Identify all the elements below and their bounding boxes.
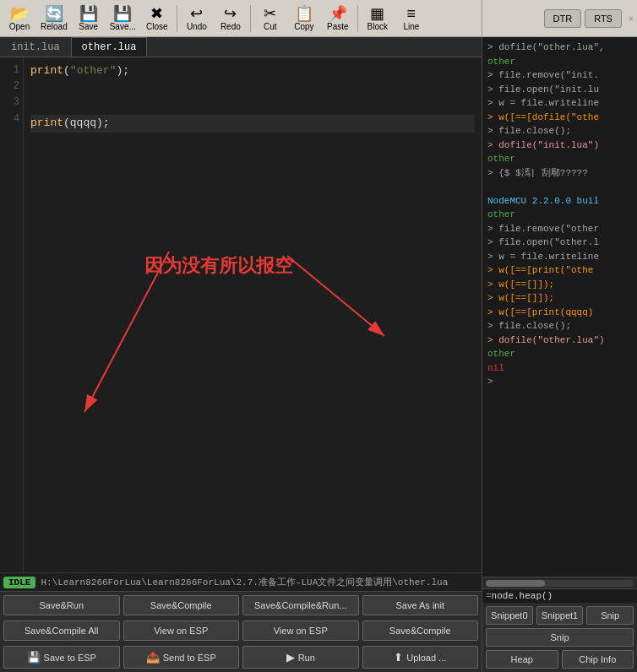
term-line: > w([==[print(qqqq)	[487, 306, 632, 320]
undo-button[interactable]: ↩ Undo	[181, 3, 213, 35]
view-on-esp-button-2[interactable]: View on ESP	[242, 621, 359, 641]
code-line-1: print("other");	[30, 62, 475, 80]
button-row-1: Save&Run Save&Compile Save&Compile&Run..…	[0, 592, 482, 617]
terminal-output: > dofile("other.lua", other > file.remov…	[482, 37, 637, 577]
save-compile-run-button[interactable]: Save&Compile&Run...	[242, 595, 359, 615]
term-line: NodeMCU 2.2.0.0 buil	[487, 194, 632, 209]
term-line: > w([==[]]);	[487, 291, 632, 306]
snippet-row-1: Snippet0 Snippet1 Snip	[486, 606, 634, 625]
save-to-esp-icon: 💾	[27, 651, 41, 664]
right-toolbar: DTR RTS ✕	[482, 0, 637, 37]
save-as-init-button[interactable]: Save As init	[362, 595, 479, 615]
term-line: > file.open("other.l	[487, 236, 632, 250]
snippet-row-2: Snip	[486, 628, 634, 647]
term-line: > dofile("init.lua")	[487, 138, 632, 153]
paste-button[interactable]: 📌 Paste	[322, 3, 354, 35]
code-area[interactable]: 1 2 3 4 print("other"); print(qqqq); 因为没…	[0, 57, 482, 572]
block-button[interactable]: ▦ Block	[362, 3, 394, 35]
button-row-3: 💾 Save to ESP 📤 Send to ESP ▶ Run ⬆ Uplo…	[0, 642, 482, 672]
send-to-esp-icon: 📤	[146, 651, 160, 664]
scrollbar-track	[486, 580, 634, 587]
save-icon: 💾	[79, 6, 98, 21]
open-icon: 📂	[10, 6, 29, 21]
tab-init-lua[interactable]: init.lua	[0, 37, 71, 57]
close-icon: ✖	[150, 6, 163, 21]
upload-button[interactable]: ⬆ Upload ...	[362, 646, 479, 669]
button-row-2: Save&Compile All View on ESP View on ESP…	[0, 617, 482, 642]
rts-button[interactable]: RTS	[585, 9, 622, 28]
cut-button[interactable]: ✂ Cut	[254, 3, 286, 35]
toolbar-separator	[177, 5, 177, 32]
save-as-button[interactable]: 💾 Save...	[106, 3, 139, 35]
reload-button[interactable]: 🔄 Reload	[37, 3, 71, 35]
code-line-2	[30, 80, 475, 98]
code-line-4: print(qqqq);	[30, 115, 475, 133]
snippet2-button[interactable]: Snip	[586, 606, 634, 625]
line-numbers: 1 2 3 4	[0, 57, 24, 572]
term-line: > w([==[print("othe	[487, 263, 632, 278]
tab-bar: init.lua other.lua	[0, 37, 482, 57]
term-line: other	[487, 55, 632, 69]
run-button[interactable]: ▶ Run	[242, 646, 359, 669]
term-line: > w = file.writeline	[487, 96, 632, 111]
send-to-esp-button[interactable]: 📤 Send to ESP	[123, 646, 240, 669]
save-button[interactable]: 💾 Save	[73, 3, 105, 35]
cut-icon: ✂	[264, 6, 276, 21]
main-layout: init.lua other.lua 1 2 3 4 print("other"…	[0, 37, 637, 672]
terminal-input-row: =	[482, 588, 637, 603]
snippet1-button[interactable]: Snippet1	[536, 606, 584, 625]
dtr-button[interactable]: DTR	[544, 9, 582, 28]
undo-icon: ↩	[190, 6, 203, 21]
save-compile-button[interactable]: Save&Compile	[123, 595, 240, 615]
redo-button[interactable]: ↪ Redo	[215, 3, 247, 35]
chip-info-button[interactable]: Chip Info	[562, 650, 634, 669]
bottom-buttons: Save&Run Save&Compile Save&Compile&Run..…	[0, 591, 482, 672]
status-bar: IDLE H:\Learn8266ForLua\Learn8266ForLua\…	[0, 572, 482, 591]
idle-badge: IDLE	[3, 577, 35, 588]
save-run-button[interactable]: Save&Run	[3, 595, 120, 615]
snippet0-button[interactable]: Snippet0	[486, 606, 533, 625]
heap-button[interactable]: Heap	[486, 650, 558, 669]
term-line: > file.remove("other	[487, 222, 632, 236]
term-line: > {$ $漹| 刮鄏?????	[487, 166, 632, 181]
save-compile-all-button[interactable]: Save&Compile All	[3, 621, 120, 641]
tab-other-lua[interactable]: other.lua	[71, 37, 148, 57]
term-prompt-line: >	[487, 375, 632, 389]
save-to-esp-button[interactable]: 💾 Save to ESP	[3, 646, 120, 669]
right-panel-buttons: Snippet0 Snippet1 Snip Snip Heap Chip In…	[482, 603, 637, 672]
line-button[interactable]: ≡ Line	[395, 3, 427, 35]
snippet3-button[interactable]: Snip	[486, 628, 634, 647]
open-button[interactable]: 📂 Open	[3, 3, 35, 35]
redo-icon: ↪	[224, 6, 237, 21]
term-line: > dofile("other.lua",	[487, 41, 632, 55]
save-as-icon: 💾	[113, 6, 132, 21]
term-line	[487, 180, 632, 194]
status-path: H:\Learn8266ForLua\Learn8266ForLua\2.7.准…	[41, 576, 448, 588]
copy-icon: 📋	[295, 6, 313, 21]
term-line: > w = file.writeline	[487, 250, 632, 264]
upload-icon: ⬆	[394, 651, 403, 664]
term-line: > file.open("init.lu	[487, 83, 632, 97]
close-x[interactable]: ✕	[629, 14, 634, 24]
toolbar-separator-2	[250, 5, 251, 32]
scrollbar-thumb[interactable]	[486, 580, 545, 587]
scrollbar[interactable]	[482, 577, 637, 588]
close-button[interactable]: ✖ Close	[141, 3, 173, 35]
term-line: > file.close();	[487, 319, 632, 333]
run-icon: ▶	[286, 651, 295, 664]
copy-button[interactable]: 📋 Copy	[288, 3, 320, 35]
toolbar-separator-3	[357, 5, 358, 32]
term-line: > file.close();	[487, 124, 632, 138]
term-line: other	[487, 152, 632, 166]
term-line: > dofile("other.lua")	[487, 333, 632, 348]
terminal-input[interactable]	[492, 591, 634, 601]
reload-icon: 🔄	[45, 6, 63, 21]
save-compile-2-button[interactable]: Save&Compile	[362, 621, 479, 641]
term-line: > w([==[dofile("othe	[487, 111, 632, 125]
code-editor[interactable]: print("other"); print(qqqq);	[24, 57, 482, 572]
view-on-esp-button-1[interactable]: View on ESP	[123, 621, 240, 641]
term-line: other	[487, 208, 632, 222]
term-nil-line: nil	[487, 361, 632, 376]
term-line: other	[487, 347, 632, 361]
line-icon: ≡	[407, 6, 416, 21]
